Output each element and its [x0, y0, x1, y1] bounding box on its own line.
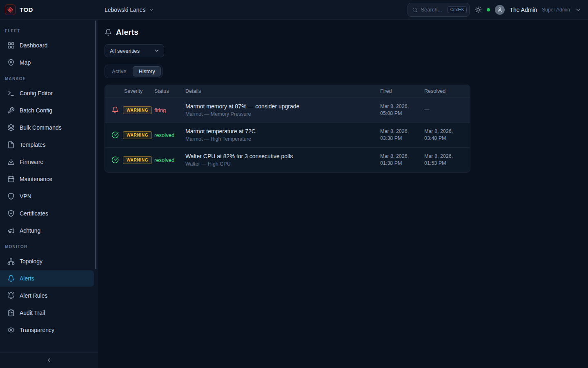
bell-icon	[7, 275, 15, 282]
sidebar-item-bulk-commands[interactable]: Bulk Commands	[0, 119, 94, 136]
alerts-table: Severity Status Details Fired Resolved	[105, 85, 470, 173]
search-box[interactable]: Cmd+K	[408, 3, 470, 17]
alert-title: Walter CPU at 82% for 3 consecutive poll…	[185, 153, 293, 159]
sidebar-item-label: Certificates	[20, 210, 48, 217]
column-header-status: Status	[154, 85, 185, 97]
sidebar-item-label: Firmware	[20, 159, 43, 165]
sidebar-collapse-button[interactable]	[0, 352, 98, 368]
terminal-icon	[7, 90, 15, 97]
alert-title: Marmot temperature at 72C	[185, 128, 256, 135]
check-circle-icon	[111, 131, 119, 139]
sidebar-item-map[interactable]: Map	[0, 54, 94, 71]
resolved-time: Mar 8, 2026, 03:48 PM	[424, 123, 470, 147]
fired-time: Mar 8, 2026, 05:08 PM	[380, 98, 424, 122]
bell-ring-icon	[7, 292, 15, 299]
sidebar-item-label: Config Editor	[20, 90, 53, 96]
chevron-down-icon	[149, 7, 154, 13]
details-cell: Marmot memory at 87% — consider upgrade …	[185, 98, 380, 122]
alerts-table-body: WARNING firing Marmot memory at 87% — co…	[105, 97, 470, 172]
org-selector[interactable]: Lebowski Lanes	[105, 7, 154, 13]
status-text: resolved	[154, 123, 185, 147]
fired-time: Mar 8, 2026, 03:38 PM	[380, 123, 424, 147]
section-label-monitor: MONITOR	[0, 240, 98, 252]
sidebar-scrollbar[interactable]	[95, 20, 96, 269]
sidebar-item-topology[interactable]: Topology	[0, 253, 94, 269]
column-header-fired: Fired	[380, 85, 424, 97]
sidebar-item-label: Transparency	[20, 327, 54, 333]
map-pin-icon	[7, 59, 15, 66]
download-icon	[7, 158, 15, 166]
sidebar-item-label: Maintenance	[20, 176, 52, 182]
topbar-right: Cmd+K The Admin Super Admin	[408, 3, 588, 17]
app-root: TOD Lebowski Lanes Cmd+K The Admin Super	[0, 0, 588, 368]
sidebar-item-certificates[interactable]: Certificates	[0, 205, 94, 222]
sidebar-item-achtung[interactable]: Achtung	[0, 222, 94, 239]
org-selector-label: Lebowski Lanes	[105, 7, 145, 13]
sidebar-item-firmware[interactable]: Firmware	[0, 154, 94, 170]
table-row[interactable]: WARNING firing Marmot memory at 87% — co…	[105, 97, 470, 122]
shield-check-icon	[7, 210, 15, 217]
user-role-badge: Super Admin	[542, 7, 570, 13]
tab-active[interactable]: Active	[106, 66, 132, 76]
alert-subtitle: Marmot — High Temperature	[185, 136, 251, 142]
user-name: The Admin	[510, 7, 537, 13]
alert-title: Marmot memory at 87% — consider upgrade	[185, 103, 299, 110]
sidebar-item-vpn[interactable]: VPN	[0, 188, 94, 204]
tab-history[interactable]: History	[133, 66, 160, 76]
severity-cell: WARNING	[105, 98, 154, 122]
severity-cell: WARNING	[105, 148, 154, 172]
severity-filter-select[interactable]: All severities	[105, 44, 164, 57]
sidebar-item-alerts[interactable]: Alerts	[0, 270, 94, 287]
sidebar-item-label: VPN	[20, 193, 31, 200]
sidebar-item-label: Templates	[20, 141, 46, 148]
sidebar-item-label: Audit Trail	[20, 310, 45, 316]
sidebar: FLEET Dashboard Map MANAGE Config Editor…	[0, 20, 98, 368]
eye-icon	[7, 326, 15, 334]
sun-icon	[474, 6, 482, 13]
table-row[interactable]: WARNING resolved Marmot temperature at 7…	[105, 122, 470, 147]
clipboard-icon	[7, 309, 15, 316]
sidebar-item-alert-rules[interactable]: Alert Rules	[0, 287, 94, 304]
shield-icon	[7, 193, 15, 200]
column-header-resolved: Resolved	[424, 85, 470, 97]
page-title: Alerts	[116, 28, 138, 37]
file-icon	[7, 141, 15, 148]
sidebar-item-label: Achtung	[20, 227, 40, 234]
column-header-severity: Severity	[105, 85, 154, 97]
sidebar-item-label: Alerts	[20, 275, 34, 282]
page-header: Alerts	[105, 28, 581, 37]
calendar-icon	[7, 175, 15, 183]
status-text: resolved	[154, 148, 185, 172]
alerts-tabs: Active History	[105, 65, 163, 78]
brand: TOD	[0, 4, 98, 15]
sidebar-item-batch-config[interactable]: Batch Config	[0, 102, 94, 119]
user-icon	[497, 7, 503, 13]
alert-subtitle: Walter — High CPU	[185, 161, 231, 167]
sidebar-item-audit-trail[interactable]: Audit Trail	[0, 305, 94, 321]
alert-subtitle: Marmot — Memory Pressure	[185, 111, 251, 117]
sidebar-item-label: Bulk Commands	[20, 124, 62, 131]
sidebar-item-transparency[interactable]: Transparency	[0, 322, 94, 338]
app-logo-icon	[5, 4, 16, 15]
network-icon	[7, 258, 15, 265]
sidebar-item-dashboard[interactable]: Dashboard	[0, 37, 94, 54]
sidebar-item-config-editor[interactable]: Config Editor	[0, 85, 94, 101]
megaphone-icon	[7, 227, 15, 234]
chevron-down-icon[interactable]	[575, 7, 581, 13]
avatar[interactable]	[495, 5, 505, 15]
table-row[interactable]: WARNING resolved Walter CPU at 82% for 3…	[105, 147, 470, 172]
brand-name: TOD	[20, 6, 33, 13]
bell-icon	[105, 29, 112, 36]
details-cell: Walter CPU at 82% for 3 consecutive poll…	[185, 148, 380, 172]
topbar: TOD Lebowski Lanes Cmd+K The Admin Super	[0, 0, 588, 20]
sidebar-item-maintenance[interactable]: Maintenance	[0, 171, 94, 187]
sidebar-item-templates[interactable]: Templates	[0, 137, 94, 153]
sidebar-item-label: Alert Rules	[20, 292, 47, 299]
table-header-row: Severity Status Details Fired Resolved	[105, 85, 470, 97]
main-content: Alerts All severities Active History Sev…	[98, 20, 588, 368]
theme-toggle-button[interactable]	[474, 6, 482, 13]
search-input[interactable]	[421, 7, 444, 13]
severity-badge: WARNING	[123, 106, 152, 114]
severity-filter-value: All severities	[110, 48, 140, 54]
resolved-time: Mar 8, 2026, 01:53 PM	[424, 148, 470, 172]
